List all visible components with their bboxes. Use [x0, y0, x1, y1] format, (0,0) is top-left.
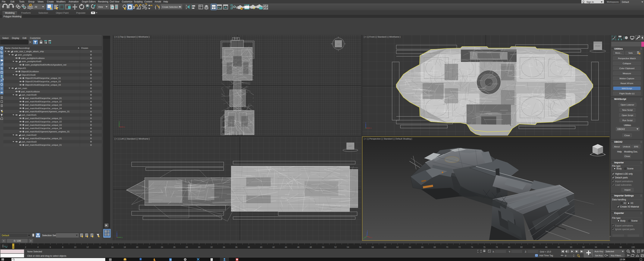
- svg-text:Utilities: Utilities: [624, 124, 631, 127]
- svg-text:Selection Set:: Selection Set:: [42, 234, 56, 237]
- svg-text:part_mainXlod3: part_mainXlod3: [22, 141, 37, 143]
- svg-text:Default: Default: [2, 234, 9, 237]
- svg-text:Object01Xlod0: Object01Xlod0: [22, 74, 36, 76]
- svg-text:Close: Close: [624, 134, 630, 137]
- svg-text:Scene: Scene: [631, 220, 638, 222]
- svg-text:92: 92: [582, 246, 584, 248]
- svg-text:Default: Default: [622, 1, 629, 3]
- svg-text:16: 16: [111, 246, 114, 248]
- svg-text:0: 0: [12, 246, 14, 248]
- svg-text:Display: Display: [12, 37, 19, 39]
- svg-text:Reset XForm: Reset XForm: [620, 82, 633, 84]
- svg-text:8: 8: [62, 246, 63, 248]
- svg-text:x: x: [371, 237, 372, 239]
- svg-text:>: >: [30, 240, 32, 242]
- svg-text:y: y: [122, 237, 123, 238]
- svg-text:[ + ] [ Front ] [ Standard ] [: [ + ] [ Front ] [ Standard ] [ Wireframe…: [364, 36, 400, 38]
- svg-text:part_mainXlod0XargonXar_unique: part_mainXlod0XargonXar_unique_02: [25, 100, 62, 103]
- svg-text:{: {: [155, 5, 156, 9]
- svg-text:[ + ] [ Left ] [ Standard ] [: [ + ] [ Left ] [ Standard ] [ Wireframe …: [115, 138, 150, 140]
- svg-text:units_size_l_single_attack_shi: units_size_l_single_attack_ship: [14, 50, 44, 53]
- svg-text:18: 18: [124, 246, 126, 248]
- svg-text:Arnold: Arnold: [154, 0, 161, 3]
- svg-text:88: 88: [558, 246, 560, 248]
- svg-text:64: 64: [409, 246, 411, 248]
- svg-text:MAXScript: MAXScript: [614, 98, 626, 100]
- svg-text:part_mainXlod1XgenericXgeneric: part_mainXlod1XgenericXgeneric_engines_0…: [25, 130, 70, 133]
- svg-text:Run Script: Run Script: [622, 119, 632, 121]
- svg-text:[ + ] [ Perspective ] [ Standa: [ + ] [ Perspective ] [ Standard ] [ Def…: [364, 138, 412, 140]
- svg-text:3: 3: [133, 5, 135, 9]
- svg-text:Object01Xcollision: Object01Xcollision: [21, 70, 39, 73]
- svg-text:46: 46: [297, 246, 300, 248]
- svg-text:50: 50: [322, 246, 324, 248]
- svg-text:x: x: [371, 127, 372, 129]
- svg-text:Export animations: Export animations: [615, 224, 633, 227]
- svg-text:Click or click-and-drag to sel: Click or click-and-drag to select object…: [27, 255, 66, 257]
- svg-text:Selected: Selected: [606, 250, 614, 253]
- svg-text:Measure: Measure: [623, 72, 631, 74]
- svg-text:Exporter: Exporter: [614, 212, 624, 215]
- svg-text:Collapse: Collapse: [623, 62, 631, 65]
- svg-text:54: 54: [347, 246, 349, 248]
- svg-text:anim_poslightsXcollision: anim_poslightsXcollision: [21, 57, 44, 59]
- svg-text:Content: Content: [144, 0, 152, 3]
- svg-text:Highest LOD only: Highest LOD only: [615, 173, 633, 175]
- svg-text:Sign In: Sign In: [586, 1, 594, 3]
- svg-text:TOP: TOP: [337, 43, 340, 45]
- svg-text:part_mainXlod0: part_mainXlod0: [22, 94, 37, 96]
- svg-text:13:54: 13:54: [620, 258, 625, 261]
- svg-text:MAXScript: MAXScript: [622, 87, 632, 90]
- svg-text:anim_poslightsXlod0XeffectsXgr: anim_poslightsXlod0XeffectsXgradient_red: [25, 64, 66, 66]
- svg-text:File: File: [2, 0, 6, 3]
- svg-text:44: 44: [285, 246, 287, 248]
- svg-text:Importer: Importer: [614, 161, 624, 164]
- svg-text:Importer Settings: Importer Settings: [614, 194, 634, 197]
- svg-text:DBOX2: DBOX2: [614, 141, 622, 143]
- svg-text:28: 28: [186, 246, 188, 248]
- svg-text:Help: Help: [163, 0, 168, 3]
- svg-text:Customize: Customize: [30, 37, 40, 39]
- svg-text:<: <: [3, 240, 4, 242]
- svg-text:Frozen: Frozen: [82, 47, 88, 49]
- svg-text:None Selected: None Selected: [27, 250, 42, 253]
- svg-text:Undock: Undock: [623, 146, 630, 148]
- svg-text:[ + ] [ Top ] [ Standard ] [ W: [ + ] [ Top ] [ Standard ] [ Wireframe ]: [115, 36, 150, 38]
- svg-text:68: 68: [434, 246, 436, 248]
- svg-text:DBOX2: DBOX2: [617, 128, 625, 130]
- svg-text:Motion Capture: Motion Capture: [620, 77, 634, 80]
- svg-text:X2: X2: [624, 202, 626, 205]
- svg-text:x: x: [124, 126, 125, 128]
- svg-text:96: 96: [607, 246, 610, 248]
- svg-text:94: 94: [595, 246, 597, 248]
- svg-text:Polygon Modeling: Polygon Modeling: [4, 15, 21, 18]
- svg-text:58: 58: [372, 246, 374, 248]
- svg-text:Object01: Object01: [18, 67, 26, 69]
- svg-text:part_mainXlod1XargonXar_unique: part_mainXlod1XargonXar_unique_04: [25, 127, 62, 129]
- svg-text:anim_poslights: anim_poslights: [18, 54, 32, 56]
- svg-text:Body: Body: [620, 220, 626, 222]
- svg-text:part_mainXlod1XargonXar_unique: part_mainXlod1XargonXar_unique_03: [25, 124, 62, 126]
- svg-text:Z:: Z:: [525, 251, 527, 253]
- svg-text:32: 32: [210, 246, 212, 248]
- svg-text:34: 34: [223, 246, 225, 248]
- svg-text:Animation: Animation: [68, 0, 78, 3]
- svg-text:y: y: [119, 121, 120, 122]
- svg-text:Body: Body: [616, 167, 622, 170]
- svg-text:part_main: part_main: [18, 87, 27, 89]
- svg-text:90: 90: [570, 246, 572, 248]
- svg-text:40: 40: [260, 246, 262, 248]
- svg-text:80: 80: [508, 246, 510, 248]
- svg-text:22: 22: [148, 246, 150, 248]
- svg-text:Ignore special parts: Ignore special parts: [615, 228, 635, 231]
- svg-text:78: 78: [496, 246, 498, 248]
- svg-text:More...: More...: [615, 52, 622, 54]
- svg-text:Detach parts: Detach parts: [615, 176, 628, 179]
- svg-text:56: 56: [359, 246, 362, 248]
- svg-text:10: 10: [74, 246, 76, 248]
- svg-text:48: 48: [310, 246, 312, 248]
- svg-text:Object Paint: Object Paint: [56, 12, 69, 14]
- svg-text:Auto Key: Auto Key: [594, 250, 604, 253]
- svg-text:part_mainXlod0XgenericXgeneric: part_mainXlod0XgenericXgeneric_engines_0…: [25, 110, 70, 113]
- svg-text:Customize: Customize: [122, 0, 132, 3]
